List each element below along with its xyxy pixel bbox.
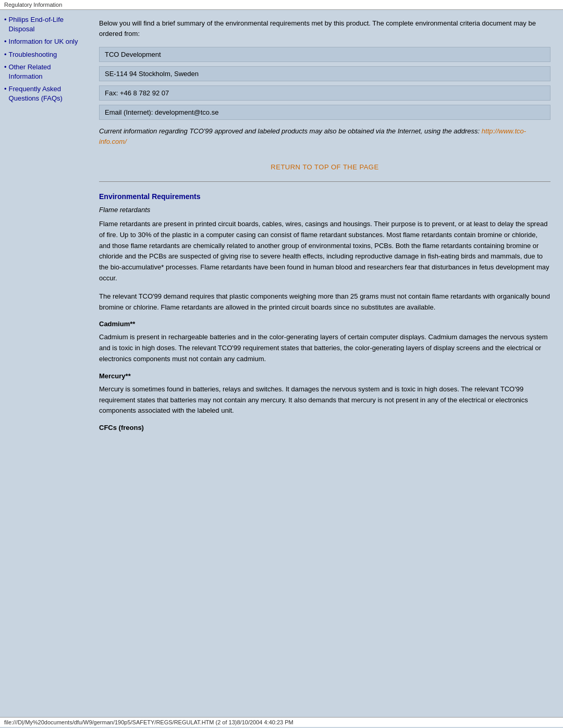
env-requirements-section: Environmental Requirements Flame retarda…: [99, 192, 550, 431]
cadmium-title: Cadmium**: [99, 320, 550, 328]
address-stockholm: SE-114 94 Stockholm, Sweden: [99, 66, 550, 81]
italic-text: Current information regarding TCO'99 app…: [99, 127, 482, 135]
sidebar-item-philips[interactable]: • Philips End-of-Life Disposal: [4, 15, 84, 35]
sidebar-link-other[interactable]: Other Related Information: [9, 63, 84, 81]
address-line-1: TCO Development: [105, 51, 161, 58]
top-bar: Regulatory Information: [0, 0, 563, 10]
sidebar-item-uk[interactable]: • Information for UK only: [4, 37, 84, 47]
return-link-container: RETURN TO TOP OF THE PAGE: [99, 163, 550, 171]
content-area: Below you will find a brief summary of t…: [89, 10, 563, 717]
address-fax: Fax: +46 8 782 92 07: [99, 85, 550, 101]
italic-tco-note: Current information regarding TCO'99 app…: [99, 126, 550, 146]
address-line-2: SE-114 94 Stockholm, Sweden: [105, 70, 199, 78]
sidebar-item-troubleshooting[interactable]: • Troubleshooting: [4, 50, 84, 60]
sidebar-link-philips[interactable]: Philips End-of-Life Disposal: [9, 15, 84, 34]
cadmium-para: Cadmium is present in rechargeable batte…: [99, 332, 550, 364]
bullet-4: •: [4, 63, 7, 72]
sidebar-link-faqs[interactable]: Frequently Asked Questions (FAQs): [9, 84, 84, 103]
return-to-top-link[interactable]: RETURN TO TOP OF THE PAGE: [271, 163, 378, 171]
sidebar-link-troubleshooting[interactable]: Troubleshooting: [9, 50, 57, 59]
flame-para2: The relevant TCO'99 demand requires that…: [99, 291, 550, 313]
sidebar-link-uk[interactable]: Information for UK only: [9, 37, 78, 46]
flame-para1: Flame retardants are present in printed …: [99, 219, 550, 284]
address-line-4: Email (Internet): development@tco.se: [105, 108, 218, 116]
bullet-5: •: [4, 84, 7, 94]
mercury-title: Mercury**: [99, 372, 550, 380]
flame-subtitle: Flame retardants: [99, 206, 550, 214]
address-line-3: Fax: +46 8 782 92 07: [105, 89, 169, 97]
sidebar-item-other[interactable]: • Other Related Information: [4, 63, 84, 82]
intro-text: Below you will find a brief summary of t…: [99, 18, 550, 39]
sidebar: • Philips End-of-Life Disposal • Informa…: [0, 10, 89, 717]
cfcs-title: CFCs (freons): [99, 424, 550, 431]
section-divider: [99, 181, 550, 182]
sidebar-item-faqs[interactable]: • Frequently Asked Questions (FAQs): [4, 84, 84, 104]
bullet-1: •: [4, 15, 7, 24]
address-tco-development: TCO Development: [99, 47, 550, 62]
env-section-title: Environmental Requirements: [99, 192, 550, 201]
bottom-bar: file:///D|/My%20documents/dfu/W9/german/…: [0, 717, 563, 727]
bullet-3: •: [4, 50, 7, 59]
mercury-para: Mercury is sometimes found in batteries,…: [99, 384, 550, 416]
top-bar-title: Regulatory Information: [4, 2, 62, 8]
bullet-2: •: [4, 37, 7, 46]
bottom-bar-path: file:///D|/My%20documents/dfu/W9/german/…: [4, 719, 293, 725]
address-email: Email (Internet): development@tco.se: [99, 105, 550, 120]
